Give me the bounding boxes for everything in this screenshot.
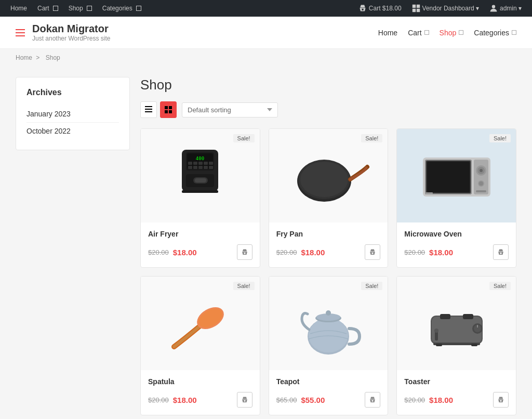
fry-pan-sale-price: $18.00 <box>301 248 325 257</box>
svg-rect-11 <box>169 110 172 113</box>
nav-cart[interactable]: Cart <box>408 29 429 37</box>
site-header: Dokan Migrator Just another WordPress si… <box>0 17 532 49</box>
adminbar-home-link[interactable]: Home <box>10 5 27 12</box>
microwave-image <box>418 145 496 207</box>
svg-rect-17 <box>193 162 197 165</box>
admin-bar-right: Cart $18.00 Vendor Dashboard ▾ admin ▾ <box>358 4 522 12</box>
spatula-sale-price: $18.00 <box>173 396 197 404</box>
svg-point-32 <box>300 162 348 197</box>
air-fryer-sale-price: $18.00 <box>173 248 197 257</box>
list-view-button[interactable] <box>140 101 157 118</box>
archive-oct-2022[interactable]: October 2022 <box>26 123 119 139</box>
shop-checkbox-icon <box>87 6 92 11</box>
svg-rect-28 <box>195 178 206 182</box>
hamburger-menu[interactable] <box>16 29 25 36</box>
svg-rect-43 <box>476 190 486 192</box>
breadcrumb-home[interactable]: Home <box>16 54 32 61</box>
adminbar-cart-amount[interactable]: Cart $18.00 <box>358 4 402 12</box>
cart-add-icon-2 <box>369 248 376 256</box>
svg-rect-21 <box>188 166 192 169</box>
teapot-add-to-cart[interactable] <box>365 392 380 408</box>
archives-widget: Archives January 2023 October 2022 <box>16 77 130 150</box>
air-fryer-price-wrap: $20.00 $18.00 <box>148 248 197 257</box>
svg-rect-8 <box>165 106 168 109</box>
air-fryer-add-to-cart[interactable] <box>237 244 252 260</box>
categories-checkbox-icon <box>136 6 141 11</box>
nav-home[interactable]: Home <box>378 29 397 37</box>
svg-rect-2 <box>412 9 415 12</box>
svg-rect-1 <box>416 5 419 8</box>
svg-rect-20 <box>209 162 213 165</box>
spatula-original-price: $20.00 <box>148 396 169 404</box>
fry-pan-name: Fry Pan <box>276 230 381 238</box>
spatula-image-wrap[interactable]: Sale! <box>141 277 260 370</box>
site-tagline: Just another WordPress site <box>32 35 111 42</box>
fry-pan-sale-badge: Sale! <box>361 134 382 142</box>
svg-rect-44 <box>425 192 433 194</box>
product-card-air-fryer: Sale! 400 <box>140 128 260 268</box>
spatula-image <box>158 290 242 357</box>
svg-rect-18 <box>198 162 203 165</box>
teapot-original-price: $65.00 <box>276 396 297 404</box>
nav-categories[interactable]: Categories <box>474 29 516 37</box>
fry-pan-image-wrap[interactable]: Sale! <box>269 129 388 222</box>
teapot-image-wrap[interactable]: Sale! <box>269 277 388 370</box>
spatula-price-wrap: $20.00 $18.00 <box>148 396 197 404</box>
adminbar-shop-link[interactable]: Shop <box>69 5 92 12</box>
microwave-sale-badge: Sale! <box>489 134 511 142</box>
microwave-image-wrap[interactable]: Sale! <box>397 129 516 222</box>
svg-rect-3 <box>416 9 419 12</box>
toaster-image-wrap[interactable]: Sale! <box>397 277 516 370</box>
grid-view-button[interactable] <box>160 101 177 118</box>
teapot-info: Teapot $65.00 $55.00 <box>269 370 388 415</box>
product-card-teapot: Sale! <box>269 276 389 415</box>
toaster-add-to-cart[interactable] <box>493 392 509 408</box>
air-fryer-name: Air Fryer <box>148 230 252 238</box>
air-fryer-pricing: $20.00 $18.00 <box>148 244 252 260</box>
svg-rect-54 <box>440 314 450 319</box>
nav-categories-checkbox <box>512 30 516 35</box>
list-icon <box>145 106 152 113</box>
archive-jan-2023[interactable]: January 2023 <box>26 106 119 123</box>
svg-rect-36 <box>427 162 470 192</box>
teapot-pricing: $65.00 $55.00 <box>276 392 381 408</box>
toaster-name: Toaster <box>404 377 509 386</box>
microwave-name: Microwave Oven <box>404 230 509 238</box>
toaster-price-wrap: $20.00 $18.00 <box>404 396 453 404</box>
cart-icon <box>358 4 367 12</box>
toaster-original-price: $20.00 <box>404 396 425 404</box>
microwave-original-price: $20.00 <box>404 248 425 256</box>
fry-pan-add-to-cart[interactable] <box>365 244 380 260</box>
fry-pan-image <box>287 142 370 210</box>
svg-rect-5 <box>145 106 152 107</box>
cart-add-icon <box>241 248 248 256</box>
adminbar-categories-link[interactable]: Categories <box>102 5 141 12</box>
adminbar-admin-user[interactable]: admin ▾ <box>489 4 522 12</box>
svg-text:400: 400 <box>196 156 204 161</box>
svg-rect-10 <box>165 110 168 113</box>
spatula-name: Spatula <box>148 377 252 386</box>
air-fryer-original-price: $20.00 <box>148 248 169 256</box>
air-fryer-sale-badge: Sale! <box>233 134 255 142</box>
spatula-add-to-cart[interactable] <box>237 392 252 408</box>
svg-rect-25 <box>209 166 213 169</box>
microwave-add-to-cart[interactable] <box>493 244 509 260</box>
hamburger-line-1 <box>16 29 25 30</box>
product-card-spatula: Sale! Spatula $20.00 <box>140 276 260 415</box>
nav-shop[interactable]: Shop <box>440 29 464 37</box>
adminbar-vendor-dashboard[interactable]: Vendor Dashboard ▾ <box>412 4 479 12</box>
view-toggle <box>140 101 177 118</box>
fry-pan-pricing: $20.00 $18.00 <box>276 244 381 260</box>
air-fryer-image-wrap[interactable]: Sale! 400 <box>141 129 260 222</box>
breadcrumb-current: Shop <box>46 54 60 61</box>
adminbar-cart-link[interactable]: Cart <box>37 5 58 12</box>
main-content: Archives January 2023 October 2022 Shop … <box>0 67 532 419</box>
svg-rect-55 <box>463 314 473 319</box>
sort-select[interactable]: Default sorting Sort by popularity Sort … <box>182 102 278 117</box>
site-brand: Dokan Migrator Just another WordPress si… <box>32 23 111 42</box>
svg-rect-63 <box>471 344 477 346</box>
site-nav: Home Cart Shop Categories <box>378 29 516 37</box>
teapot-name: Teapot <box>276 377 381 386</box>
svg-point-4 <box>492 5 495 8</box>
svg-point-48 <box>309 318 348 352</box>
